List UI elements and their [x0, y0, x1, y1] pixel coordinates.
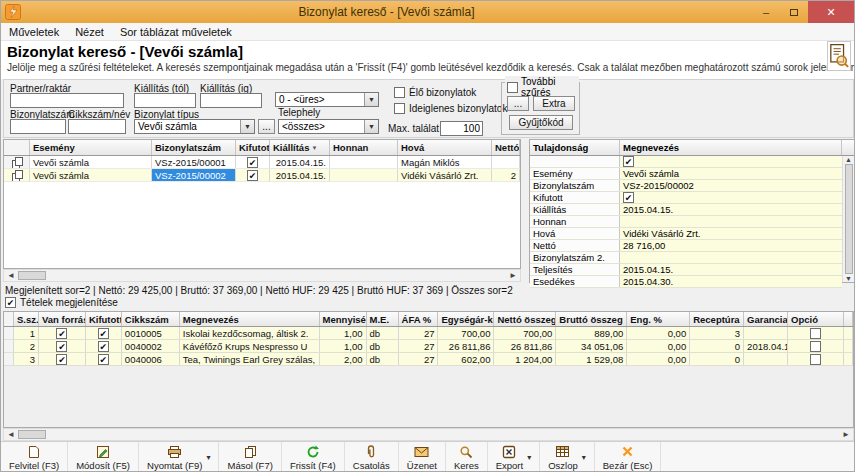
checkbox[interactable]: ✔: [5, 297, 16, 308]
chevron-down-icon[interactable]: ▼: [240, 120, 254, 133]
cell-opcio[interactable]: [788, 327, 844, 339]
property-value[interactable]: [620, 252, 842, 263]
toolbar-button-friss-t-f4[interactable]: Frissít (F4): [282, 442, 345, 472]
checkbox[interactable]: [394, 103, 405, 114]
column-header-fa[interactable]: ÁFA %: [399, 312, 439, 326]
document-search-icon[interactable]: [827, 41, 851, 71]
cell-cikkszam[interactable]: 0040002: [122, 340, 180, 352]
cell-kifutott[interactable]: ✔: [86, 327, 122, 339]
scrollbar-thumb[interactable]: [18, 271, 46, 280]
column-header-esem-ny[interactable]: Esemény: [30, 140, 152, 155]
cell-netto[interactable]: [492, 156, 520, 168]
tovabbi-more-button[interactable]: ...: [507, 96, 529, 111]
bizonylat-tipus-more-button[interactable]: ...: [258, 119, 275, 134]
cell-cikkszam[interactable]: 0040006: [122, 353, 180, 365]
cell-kifutott[interactable]: ✔: [236, 156, 270, 168]
elo-bizonylatok-checkbox[interactable]: Élő bizonylatok: [394, 87, 476, 98]
dropdown-arrow-icon[interactable]: ▾: [578, 453, 586, 462]
scroll-left-icon[interactable]: ◄: [4, 271, 18, 280]
column-header-kifutott[interactable]: Kifutott: [86, 312, 122, 326]
bizonylatszam-input[interactable]: [10, 119, 66, 134]
cell-kifutott[interactable]: ✔: [86, 353, 122, 365]
column-header-recept-ra[interactable]: Receptúra: [690, 312, 744, 326]
cell-megnevezes[interactable]: Kávéfőző Krups Nespresso U: [180, 340, 320, 352]
column-header-eng[interactable]: Eng. %: [627, 312, 690, 326]
dropdown-arrow-icon[interactable]: ▾: [523, 453, 531, 462]
kiallitas-ig-input[interactable]: [200, 93, 262, 108]
column-header-honnan[interactable]: Honnan: [330, 140, 398, 155]
property-row[interactable]: Teljesítés2015.04.15.: [530, 264, 842, 276]
checkbox[interactable]: ✔: [247, 170, 258, 181]
property-value[interactable]: ✔: [620, 156, 842, 167]
cell-bizonylatszam[interactable]: VSz-2015/00001: [152, 156, 236, 168]
cell-netto[interactable]: 2: [492, 169, 520, 181]
checkbox[interactable]: ✔: [56, 341, 67, 352]
items-table-hscrollbar[interactable]: ◄ ►: [3, 428, 854, 441]
tovabbi-szures-checkbox[interactable]: További szűrés: [505, 76, 579, 98]
cell-garancia[interactable]: 2018.04.15.: [744, 340, 788, 352]
kiallitas-tol-input[interactable]: [134, 93, 196, 108]
cell-egysegar[interactable]: 602,00: [438, 353, 494, 365]
cell-mennyiseg[interactable]: 1,00: [320, 340, 367, 352]
cell-egysegar[interactable]: 26 811,86: [438, 340, 494, 352]
chevron-down-icon[interactable]: ▼: [364, 93, 378, 106]
menu-item-sor-t-bl-zat-m-veletek[interactable]: Sor táblázat műveletek: [112, 26, 240, 38]
property-row[interactable]: Nettó28 716,00: [530, 240, 842, 252]
cell-ssz[interactable]: 3: [14, 353, 39, 365]
property-row[interactable]: HováVidéki Vásárló Zrt.: [530, 228, 842, 240]
toolbar-button-keres[interactable]: Keres: [446, 442, 488, 472]
cell-honnan[interactable]: [330, 156, 398, 168]
cell-kifutott[interactable]: ✔: [86, 340, 122, 352]
checkbox[interactable]: [810, 328, 821, 339]
scroll-left-icon[interactable]: ◄: [4, 430, 18, 439]
cell-esemeny[interactable]: Vevői számla: [30, 169, 152, 181]
cell-megnevezes[interactable]: Tea, Twinings Earl Grey szálas,: [180, 353, 320, 365]
property-row[interactable]: ✔: [530, 156, 842, 168]
property-value[interactable]: 2015.04.30.: [620, 276, 842, 287]
toolbar-button-zenet[interactable]: Üzenet: [399, 442, 446, 472]
cell-garancia[interactable]: [744, 327, 788, 339]
property-header-megnevezes[interactable]: Megnevezés: [620, 140, 842, 155]
toolbar-button-bez-r-esc[interactable]: Bezár (Esc): [595, 442, 662, 472]
column-header-nett[interactable]: Nettó: [492, 140, 520, 155]
cell-eng[interactable]: 0,00: [627, 353, 690, 365]
cell-mennyiseg[interactable]: 1,00: [320, 327, 367, 339]
column-header-mennyis-g[interactable]: Mennyiség: [320, 312, 367, 326]
cell-kiallitas[interactable]: 2015.04.15.: [270, 156, 330, 168]
column-header-ki-ll-t-s[interactable]: Kiállítás▼: [270, 140, 330, 155]
cell-brutto[interactable]: 889,00: [556, 327, 627, 339]
cell-eng[interactable]: 0,00: [627, 327, 690, 339]
scroll-right-icon[interactable]: ►: [839, 430, 853, 439]
table-row[interactable]: 3✔✔0040006Tea, Twinings Earl Grey szálas…: [4, 353, 853, 366]
checkbox[interactable]: [810, 354, 821, 365]
cell-kiallitas[interactable]: 2015.04.15.: [270, 169, 330, 181]
cell-me[interactable]: db: [367, 353, 399, 365]
property-value[interactable]: 2015.04.15.: [620, 204, 842, 215]
cell-receptura[interactable]: 3: [690, 327, 744, 339]
column-header-m-e[interactable]: M.E.: [367, 312, 399, 326]
scrollbar-thumb[interactable]: [18, 430, 46, 439]
bizonylat-tipus-dropdown[interactable]: Vevői számla ▼: [134, 119, 255, 134]
ures-dropdown[interactable]: 0 - <üres> ▼: [275, 92, 379, 107]
cell-receptura[interactable]: 0: [690, 353, 744, 365]
cell-ssz[interactable]: 2: [14, 340, 39, 352]
column-header-van-forr-s[interactable]: Van forrás: [39, 312, 86, 326]
cell-receptura[interactable]: 0: [690, 340, 744, 352]
property-header-tulajdonsag[interactable]: Tulajdonság: [530, 140, 620, 155]
toolbar-button-m-dos-t-f5[interactable]: Módosít (F5): [68, 442, 139, 472]
column-header-kifutott[interactable]: Kifutott: [236, 140, 270, 155]
cell-megnevezes[interactable]: Iskolai kezdőcsomag, áltisk 2.: [180, 327, 320, 339]
property-row[interactable]: Bizonylatszám 2.: [530, 252, 842, 264]
scroll-right-icon[interactable]: ►: [506, 271, 520, 280]
maximize-button[interactable]: [780, 3, 808, 21]
table-row[interactable]: 1✔✔0010005Iskolai kezdőcsomag, áltisk 2.…: [4, 327, 853, 340]
cell-brutto[interactable]: 34 051,06: [556, 340, 627, 352]
column-header-hov[interactable]: Hová: [398, 140, 492, 155]
checkbox[interactable]: ✔: [98, 328, 109, 339]
cell-netto[interactable]: 700,00: [494, 327, 556, 339]
cell-eng[interactable]: 0,00: [627, 340, 690, 352]
dropdown-arrow-icon[interactable]: ▾: [202, 453, 210, 462]
column-header-nett-sszeg[interactable]: Nettó összeg: [494, 312, 556, 326]
column-header-opci[interactable]: Opció: [788, 312, 844, 326]
toolbar-button-nyomtat-f9[interactable]: Nyomtat (F9)▾: [139, 442, 219, 472]
